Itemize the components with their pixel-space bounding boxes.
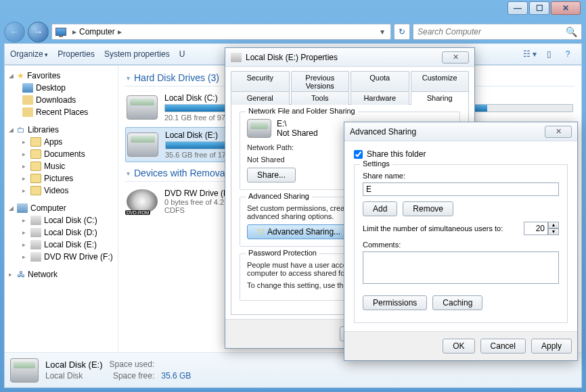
folder-icon	[30, 186, 41, 195]
share-name-input[interactable]	[363, 182, 559, 196]
add-button[interactable]: Add	[363, 201, 397, 216]
computer-icon	[55, 26, 67, 38]
sidebar-item-pictures[interactable]: ▸Pictures	[5, 172, 118, 185]
sidebar-item-videos[interactable]: ▸Videos	[5, 185, 118, 197]
spin-up-icon[interactable]: ▲	[548, 222, 559, 228]
recent-icon	[22, 107, 33, 117]
breadcrumb-sep: ▸	[70, 27, 79, 36]
star-icon: ★	[17, 71, 24, 80]
sidebar-item-drive-c[interactable]: ▸Local Disk (C:)	[5, 214, 118, 226]
dialog-close-button[interactable]: ✕	[442, 51, 469, 64]
spin-down-icon[interactable]: ▼	[548, 228, 559, 235]
toolbar-cutoff[interactable]: U	[179, 49, 185, 59]
sidebar-network[interactable]: ▸🖧Network	[5, 268, 118, 280]
breadcrumb-dropdown-icon[interactable]: ▾	[377, 27, 388, 36]
downloads-icon	[22, 95, 33, 105]
share-name-label: Share name:	[363, 172, 559, 180]
search-input[interactable]	[418, 27, 566, 36]
folder-icon	[30, 162, 41, 171]
share-folder-checkbox[interactable]: Share this folder	[354, 149, 568, 159]
system-properties-button[interactable]: System properties	[104, 49, 170, 59]
nfs-groupbox-title: Network File and Folder Sharing	[246, 107, 358, 115]
drive-icon	[30, 228, 41, 237]
drive-icon	[10, 358, 39, 383]
remove-button[interactable]: Remove	[403, 201, 453, 216]
apply-button[interactable]: Apply	[531, 339, 572, 353]
search-icon: 🔍	[566, 26, 577, 37]
sidebar-item-dvd[interactable]: ▸DVD RW Drive (F:)	[5, 251, 118, 263]
close-button[interactable]: ✕	[551, 1, 581, 15]
maximize-button[interactable]: ☐	[529, 1, 549, 15]
sidebar-item-apps[interactable]: ▸Apps	[5, 136, 118, 148]
dialog-title: Local Disk (E:) Properties	[246, 53, 338, 62]
sidebar-item-recent[interactable]: Recent Places	[5, 106, 118, 118]
minimize-button[interactable]: —	[508, 1, 528, 15]
tab-general[interactable]: General	[231, 91, 290, 105]
caching-button[interactable]: Caching	[432, 295, 482, 310]
tab-tools[interactable]: Tools	[291, 91, 350, 105]
nav-bar: ← → ▸ Computer ▸ ▾ ↻ 🔍	[4, 20, 582, 43]
sidebar: ◢★Favorites Desktop Downloads Recent Pla…	[5, 66, 118, 352]
drive-icon	[127, 95, 158, 120]
drive-icon	[30, 216, 41, 225]
dvd-icon	[127, 189, 158, 214]
drive-icon	[30, 240, 41, 249]
tab-previous-versions[interactable]: Previous Versions	[291, 71, 350, 92]
cancel-button[interactable]: Cancel	[480, 339, 526, 353]
limit-label: Limit the number of simultaneous users t…	[363, 224, 518, 232]
sidebar-libraries[interactable]: ◢🗀Libraries	[5, 124, 118, 136]
organize-menu[interactable]: Organize	[10, 49, 48, 59]
dialog-title: Advanced Sharing	[350, 127, 416, 137]
folder-icon	[30, 149, 41, 159]
tab-customize[interactable]: Customize	[411, 71, 470, 92]
breadcrumb-sep: ▸	[115, 27, 125, 36]
tab-quota[interactable]: Quota	[351, 71, 409, 92]
sidebar-item-drive-d[interactable]: ▸Local Disk (D:)	[5, 226, 118, 239]
desktop-icon	[22, 83, 33, 93]
share-path: E:\	[277, 119, 318, 128]
back-button[interactable]: ←	[4, 22, 25, 43]
space-free-value: 35.6 GB	[161, 371, 191, 381]
user-limit-input[interactable]	[524, 222, 548, 235]
libraries-icon: 🗀	[17, 125, 25, 134]
search-box[interactable]: 🔍	[413, 24, 582, 40]
advanced-sharing-button[interactable]: Advanced Sharing...	[247, 224, 351, 239]
settings-group-title: Settings	[360, 160, 392, 168]
computer-icon	[17, 203, 28, 213]
drive-icon	[127, 132, 158, 157]
user-limit-spinner[interactable]: ▲ ▼	[524, 222, 559, 235]
help-icon[interactable]: ?	[560, 47, 576, 62]
comments-input[interactable]	[363, 251, 559, 284]
sidebar-item-desktop[interactable]: Desktop	[5, 82, 118, 94]
space-used-label: Space used:	[110, 360, 155, 370]
sidebar-computer[interactable]: ◢Computer	[5, 202, 118, 214]
sidebar-favorites[interactable]: ◢★Favorites	[5, 70, 118, 82]
sidebar-item-downloads[interactable]: Downloads	[5, 94, 118, 106]
tab-sharing[interactable]: Sharing	[411, 91, 470, 105]
forward-button[interactable]: →	[28, 22, 49, 43]
sidebar-item-drive-e[interactable]: ▸Local Disk (E:)	[5, 239, 118, 251]
tab-hardware[interactable]: Hardware	[351, 91, 409, 105]
breadcrumb-location[interactable]: Computer	[79, 27, 115, 36]
refresh-button[interactable]: ↻	[394, 24, 410, 40]
pw-groupbox-title: Password Protection	[246, 249, 319, 257]
share-button[interactable]: Share...	[247, 168, 296, 182]
comments-label: Comments:	[363, 241, 559, 249]
folder-icon	[30, 174, 41, 183]
sidebar-item-music[interactable]: ▸Music	[5, 160, 118, 172]
preview-pane-icon[interactable]: ▯	[541, 47, 557, 62]
permissions-button[interactable]: Permissions	[363, 295, 427, 310]
tab-security[interactable]: Security	[231, 71, 290, 92]
details-type: Local Disk	[45, 371, 103, 381]
properties-button[interactable]: Properties	[58, 49, 95, 59]
breadcrumb[interactable]: ▸ Computer ▸ ▾	[51, 24, 391, 40]
dvd-icon	[30, 252, 41, 262]
sidebar-item-documents[interactable]: ▸Documents	[5, 148, 118, 160]
adv-groupbox-title: Advanced Sharing	[246, 192, 312, 200]
advanced-sharing-dialog: Advanced Sharing ✕ Share this folder Set…	[344, 122, 578, 361]
view-mode-icon[interactable]: ☷ ▾	[522, 47, 538, 62]
dialog-close-button[interactable]: ✕	[545, 126, 572, 138]
share-folder-checkbox-input[interactable]	[354, 150, 363, 159]
ok-button[interactable]: OK	[443, 339, 474, 353]
share-state: Not Shared	[277, 128, 318, 138]
